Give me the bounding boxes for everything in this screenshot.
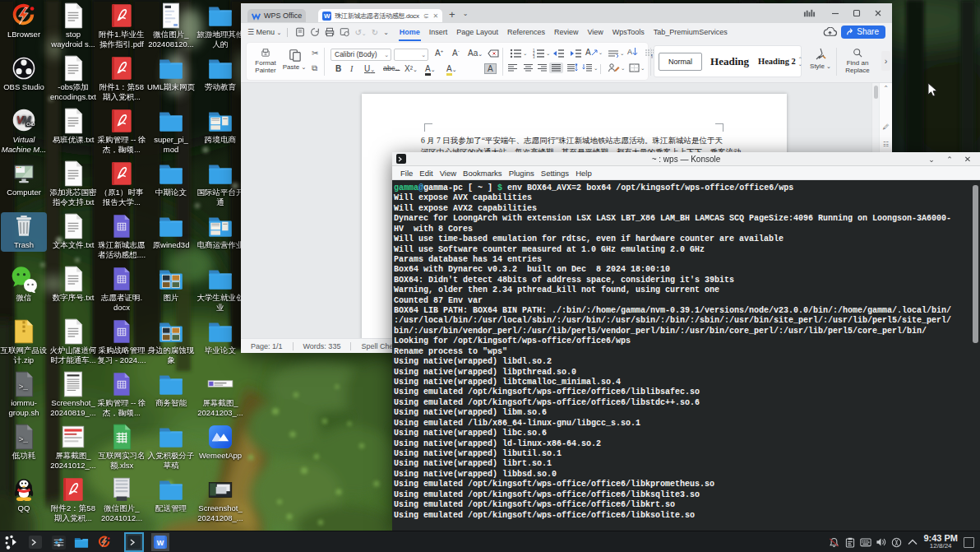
svg-text:3: 3 xyxy=(533,55,535,58)
svg-text:W: W xyxy=(157,539,164,547)
